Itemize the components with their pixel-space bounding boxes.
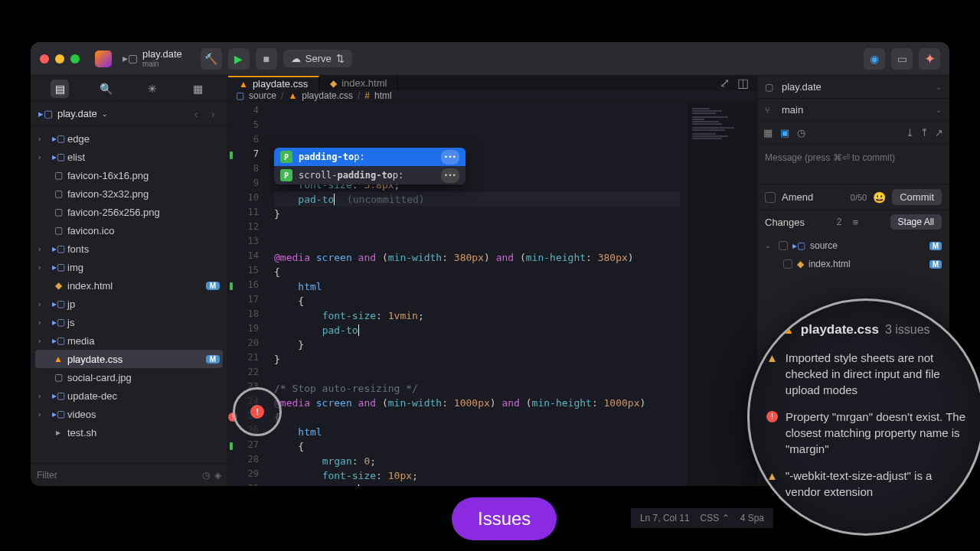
minimap[interactable] xyxy=(688,102,756,486)
code-line[interactable]: @media screen and (min-width: 380px) and… xyxy=(274,250,680,265)
grid-tab[interactable]: ▦ xyxy=(189,80,207,98)
stage-all-button[interactable]: Stage All xyxy=(890,214,942,230)
code-line[interactable]: pad-to (uncommitted) xyxy=(274,192,680,207)
clock-icon[interactable]: ◷ xyxy=(202,470,210,481)
file-tree-item[interactable]: ▢favicon.ico xyxy=(31,221,227,240)
code-line[interactable] xyxy=(274,367,680,381)
window-controls xyxy=(40,54,80,64)
code-line[interactable]: font-size: 10px; xyxy=(274,468,680,483)
code-line[interactable]: html xyxy=(274,425,680,439)
file-tree-item[interactable]: ›▸▢update-dec xyxy=(31,386,227,405)
project-title: play.date xyxy=(142,49,182,60)
file-tree-item[interactable]: ▢favicon-16x16.png xyxy=(31,166,227,184)
commit-button[interactable]: Commit xyxy=(892,189,942,205)
add-button[interactable]: ✦ xyxy=(919,48,940,70)
code-line[interactable]: } xyxy=(274,337,680,352)
back-button[interactable]: ‹ xyxy=(189,108,203,120)
line-number: 11 xyxy=(228,207,266,221)
preview-button[interactable]: ◉ xyxy=(864,48,885,70)
code-line[interactable]: pad-to xyxy=(274,323,680,337)
scm-filter-icon[interactable]: ◈ xyxy=(214,470,221,481)
file-tree-item[interactable]: ›▸▢img xyxy=(31,258,227,276)
split-editor-icon[interactable]: ◫ xyxy=(737,76,749,90)
file-icon: ▸▢ xyxy=(792,240,805,251)
file-tree-item[interactable]: ▢favicon-32x32.png xyxy=(31,184,227,203)
code-line[interactable] xyxy=(274,236,680,250)
commit-view-icon[interactable]: ▣ xyxy=(780,127,789,139)
img-icon: ▢ xyxy=(52,225,64,236)
stage-checkbox[interactable] xyxy=(783,259,792,269)
symbols-tab[interactable]: ✳ xyxy=(143,80,162,98)
close-window[interactable] xyxy=(40,54,49,64)
code-line[interactable] xyxy=(274,221,680,236)
autocomplete-popup[interactable]: Ppadding-top:•••Pscroll-padding-top:••• xyxy=(274,148,466,184)
code-line[interactable]: pad-to xyxy=(274,483,680,486)
file-tree-item[interactable]: ▢favicon-256x256.png xyxy=(31,203,227,221)
breadcrumb[interactable]: ▢ source / ▲ playdate.css / # html xyxy=(228,90,756,102)
related-files-icon[interactable]: ⤢ xyxy=(720,76,730,90)
code-line[interactable]: } xyxy=(274,207,680,221)
issue-item[interactable]: ▲"-webkit-text-size-adjust" is a vendor … xyxy=(766,468,965,500)
file-tree-item[interactable]: ◆index.htmlM xyxy=(31,276,227,295)
code-line[interactable]: @media screen and (min-width: 1000px) an… xyxy=(274,396,680,410)
file-tree-item[interactable]: ▸test.sh xyxy=(31,423,227,442)
list-icon[interactable]: ≡ xyxy=(852,217,858,228)
forward-button[interactable]: › xyxy=(206,108,220,120)
branch-selector[interactable]: ⑂ main ⌄ xyxy=(757,99,949,122)
indent-setting[interactable]: 4 Spa xyxy=(740,513,764,523)
maximize-window[interactable] xyxy=(70,54,80,64)
language-mode[interactable]: CSS ⌃ xyxy=(701,513,730,523)
scheme-selector[interactable]: ☁ Serve ⇅ xyxy=(283,50,352,67)
split-button[interactable]: ▭ xyxy=(891,48,913,70)
files-tab[interactable]: ▤ xyxy=(51,80,69,98)
file-tree-item[interactable]: ›▸▢videos xyxy=(31,405,227,423)
filter-input[interactable] xyxy=(37,470,198,481)
grid-icon[interactable]: ▦ xyxy=(763,127,773,139)
commit-message-input[interactable]: Message (press ⌘⏎ to commit) xyxy=(757,145,949,184)
fetch-icon[interactable]: ⤓ xyxy=(906,127,914,139)
project-selector[interactable]: ▢ play.date ⌄ xyxy=(757,76,949,99)
push-icon[interactable]: ↗ xyxy=(935,127,943,139)
file-tree-item[interactable]: ›▸▢js xyxy=(31,313,227,331)
code-line[interactable]: /* Stop auto-resizing */ xyxy=(274,381,680,396)
minimize-window[interactable] xyxy=(55,54,64,64)
file-tree-item[interactable]: ›▸▢jp xyxy=(31,295,227,313)
code-line[interactable]: { xyxy=(274,265,680,279)
run-button[interactable]: ▶ xyxy=(228,48,250,70)
editor-tab[interactable]: ◆index.html xyxy=(319,76,398,90)
code-line[interactable]: font-size: 1vmin; xyxy=(274,308,680,323)
file-tree-item[interactable]: ▢social-card.jpg xyxy=(31,368,227,386)
stop-button[interactable]: ■ xyxy=(256,48,277,70)
chevron-icon: › xyxy=(38,245,49,253)
code-line[interactable]: } xyxy=(274,352,680,367)
emoji-button[interactable]: 😀 xyxy=(873,191,886,204)
code-line[interactable]: mrgan: 0; xyxy=(274,454,680,468)
cursor-position[interactable]: Ln 7, Col 11 xyxy=(640,513,690,523)
file-tree-item[interactable]: ▲playdate.cssM xyxy=(35,350,223,368)
amend-checkbox[interactable] xyxy=(765,192,776,203)
code-line[interactable]: html xyxy=(274,279,680,294)
code-line[interactable]: { xyxy=(274,410,680,425)
search-tab[interactable]: 🔍 xyxy=(96,80,115,98)
file-tree-item[interactable]: ›▸▢elist xyxy=(31,148,227,166)
build-button[interactable]: 🔨 xyxy=(201,48,222,70)
history-icon[interactable]: ◷ xyxy=(797,127,805,139)
change-item[interactable]: ◆index.htmlM xyxy=(757,255,949,273)
code-line[interactable]: { xyxy=(274,439,680,454)
code-line[interactable]: { xyxy=(274,294,680,308)
issue-item[interactable]: ▲Imported style sheets are not checked i… xyxy=(766,350,965,398)
issue-item[interactable]: !Property "mrgan" doesn't exist. The clo… xyxy=(766,409,965,457)
change-item[interactable]: ⌄▸▢sourceM xyxy=(757,236,949,255)
autocomplete-item[interactable]: Pscroll-padding-top:••• xyxy=(274,166,466,184)
stage-checkbox[interactable] xyxy=(779,241,788,250)
file-tree-item[interactable]: ›▸▢fonts xyxy=(31,240,227,258)
editor-tab[interactable]: ▲playdate.css xyxy=(228,76,319,90)
autocomplete-item[interactable]: Ppadding-top:••• xyxy=(274,148,466,166)
document-info[interactable]: ▸▢ play.date main xyxy=(122,49,182,68)
issues-label: Issues xyxy=(452,497,557,540)
file-tree-item[interactable]: ›▸▢media xyxy=(31,331,227,350)
code-editor[interactable]: html{ font-size: 3.8px; pad-to (uncommit… xyxy=(266,102,688,486)
file-tree-item[interactable]: ›▸▢edge xyxy=(31,129,227,148)
pull-icon[interactable]: ⤒ xyxy=(920,127,929,139)
project-header[interactable]: ▸▢ play.date ⌄ ‹ › xyxy=(31,102,227,126)
